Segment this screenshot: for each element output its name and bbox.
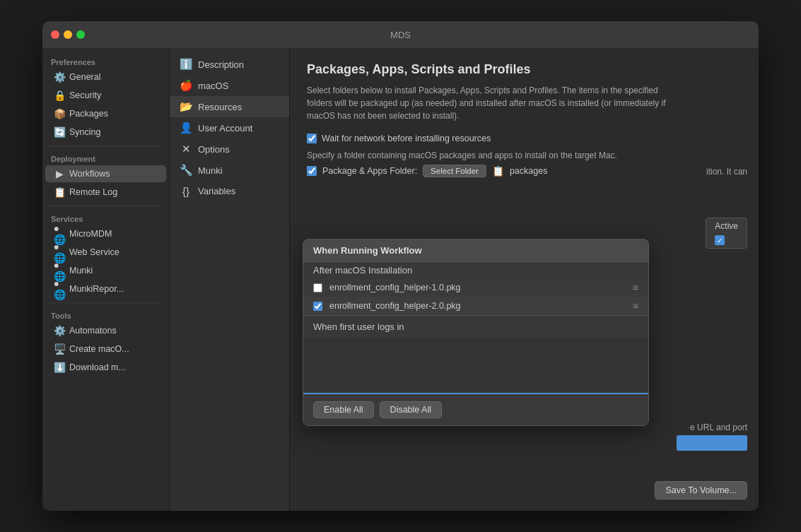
- item1-checkbox[interactable]: [313, 283, 322, 292]
- sidebar-section-deployment: Deployment: [42, 150, 169, 165]
- sidebar-item-security[interactable]: 🔒 Security: [45, 87, 166, 104]
- maximize-button[interactable]: [76, 30, 85, 39]
- window-body: Preferences ⚙️ General 🔒 Security 📦 Pack…: [42, 48, 759, 511]
- traffic-lights: [51, 30, 85, 39]
- nav-item-label: Resources: [198, 102, 242, 112]
- sidebar-item-workflows[interactable]: ▶ Workflows: [45, 165, 166, 182]
- nav-item-label: User Account: [198, 123, 252, 134]
- sidebar: Preferences ⚙️ General 🔒 Security 📦 Pack…: [42, 48, 170, 511]
- page-description: Select folders below to install Packages…: [307, 84, 674, 122]
- nav-item-label: Munki: [198, 165, 223, 176]
- specify-folder-text: Specify a folder containing macOS packag…: [307, 150, 742, 160]
- createmac-icon: 🖥️: [54, 343, 65, 355]
- remotelog-icon: 📋: [54, 187, 65, 198]
- nav-item-label: macOS: [198, 81, 228, 91]
- sidebar-item-label: Automatons: [69, 326, 117, 336]
- useraccount-icon: 👤: [180, 122, 192, 134]
- variables-icon: {}: [180, 185, 192, 197]
- sidebar-item-general[interactable]: ⚙️ General: [45, 69, 166, 85]
- url-input-bar[interactable]: [677, 435, 747, 451]
- munki-nav-icon: 🔧: [180, 164, 192, 177]
- dropdown-empty-area: [303, 338, 648, 394]
- sidebar-item-remotelog[interactable]: 📋 Remote Log: [45, 184, 166, 201]
- select-folder-button[interactable]: Select Folder: [423, 165, 486, 177]
- active-check: ✓: [715, 235, 725, 245]
- resources-icon: 📂: [180, 100, 192, 113]
- sidebar-separator: [48, 146, 163, 146]
- options-icon: ✕: [180, 143, 192, 155]
- general-icon: ⚙️: [54, 71, 65, 83]
- active-column-area: Active ✓: [706, 218, 747, 249]
- titlebar: MDS: [42, 21, 759, 48]
- packages-icon: 📦: [54, 108, 65, 119]
- main-window: MDS Preferences ⚙️ General 🔒 Security 📦 …: [42, 21, 759, 511]
- close-button[interactable]: [51, 30, 59, 39]
- sidebar-item-label: Syncing: [69, 127, 100, 137]
- wait-network-checkbox[interactable]: [307, 134, 317, 143]
- sidebar-separator3: [48, 302, 163, 303]
- sidebar-item-munki[interactable]: ● 🌐 Munki: [45, 262, 166, 279]
- page-title: Packages, Apps, Scripts and Profiles: [307, 62, 742, 77]
- save-to-volume-button[interactable]: Save To Volume...: [655, 481, 747, 500]
- nav-item-useraccount[interactable]: 👤 User Account: [170, 117, 289, 138]
- nav-item-options[interactable]: ✕ Options: [170, 138, 289, 160]
- dropdown-section-macos[interactable]: After macOS Installation: [303, 262, 648, 278]
- folder-name: packages: [510, 166, 548, 176]
- macos-icon: 🍎: [180, 79, 192, 92]
- micromdm-icon: ● 🌐: [54, 228, 65, 240]
- sidebar-item-label: Web Service: [69, 247, 119, 257]
- active-header: Active: [715, 221, 738, 231]
- sidebar-item-download[interactable]: ⬇️ Download m...: [45, 359, 166, 376]
- disable-all-button[interactable]: Disable All: [380, 401, 442, 418]
- sidebar-item-packages[interactable]: 📦 Packages: [45, 105, 166, 122]
- dropdown-section-firstlogin[interactable]: When first user logs in: [303, 315, 648, 338]
- sidebar-item-label: Packages: [69, 109, 108, 119]
- munkireport-icon: ● 🌐: [54, 283, 65, 295]
- workflows-icon: ▶: [54, 168, 65, 179]
- package-apps-checkbox[interactable]: [307, 166, 317, 176]
- automatons-icon: ⚙️: [54, 325, 65, 336]
- sidebar-item-label: Workflows: [69, 169, 110, 179]
- item2-menu-icon[interactable]: ≡: [633, 300, 638, 312]
- sidebar-item-label: MunkiRepor...: [69, 284, 124, 294]
- sidebar-item-webservice[interactable]: ● 🌐 Web Service: [45, 244, 166, 261]
- dropdown-section-running[interactable]: When Running Workflow: [303, 240, 648, 261]
- dropdown-item-1: enrollment_config_helper-1.0.pkg ≡: [303, 278, 648, 297]
- nav-item-description[interactable]: ℹ️ Description: [170, 54, 289, 75]
- sidebar-item-syncing[interactable]: 🔄 Syncing: [45, 124, 166, 141]
- sidebar-item-munkireport[interactable]: ● 🌐 MunkiRepor...: [45, 280, 166, 297]
- sidebar-item-label: MicroMDM: [69, 229, 112, 239]
- nav-item-variables[interactable]: {} Variables: [170, 181, 289, 201]
- sidebar-item-automatons[interactable]: ⚙️ Automatons: [45, 322, 166, 339]
- sidebar-item-label: General: [69, 72, 100, 82]
- sidebar-section-tools: Tools: [42, 307, 169, 321]
- partial-right-text: ition. It can: [706, 167, 747, 177]
- munki-icon: ● 🌐: [54, 265, 65, 276]
- url-port-text: e URL and port: [690, 422, 747, 432]
- nav-item-label: Options: [198, 144, 230, 155]
- item2-checkbox[interactable]: [313, 302, 322, 311]
- dropdown-footer: Enable All Disable All: [303, 394, 648, 425]
- window-title: MDS: [390, 30, 411, 40]
- sidebar-item-label: Security: [69, 90, 101, 100]
- wait-network-row: Wait for network before installing resou…: [307, 134, 742, 143]
- sidebar-item-createmac[interactable]: 🖥️ Create macO...: [45, 341, 166, 357]
- sidebar-item-label: Munki: [69, 266, 93, 276]
- description-icon: ℹ️: [180, 58, 192, 71]
- nav-item-label: Description: [198, 59, 244, 70]
- webservice-icon: ● 🌐: [54, 247, 65, 258]
- minimize-button[interactable]: [64, 30, 72, 39]
- syncing-icon: 🔄: [54, 126, 65, 138]
- nav-panel: ℹ️ Description 🍎 macOS 📂 Resources 👤 Use…: [170, 48, 290, 511]
- item1-menu-icon[interactable]: ≡: [633, 282, 638, 293]
- sidebar-item-label: Download m...: [69, 362, 126, 372]
- folder-icon: 📋: [492, 165, 504, 177]
- sidebar-item-micromdm[interactable]: ● 🌐 MicroMDM: [45, 225, 166, 242]
- nav-item-label: Variables: [198, 186, 235, 196]
- nav-item-munki[interactable]: 🔧 Munki: [170, 160, 289, 181]
- sidebar-separator2: [48, 206, 163, 206]
- nav-item-resources[interactable]: 📂 Resources: [170, 96, 289, 117]
- nav-item-macos[interactable]: 🍎 macOS: [170, 75, 289, 96]
- item2-name: enrollment_config_helper-2.0.pkg: [329, 301, 626, 311]
- enable-all-button[interactable]: Enable All: [313, 401, 374, 418]
